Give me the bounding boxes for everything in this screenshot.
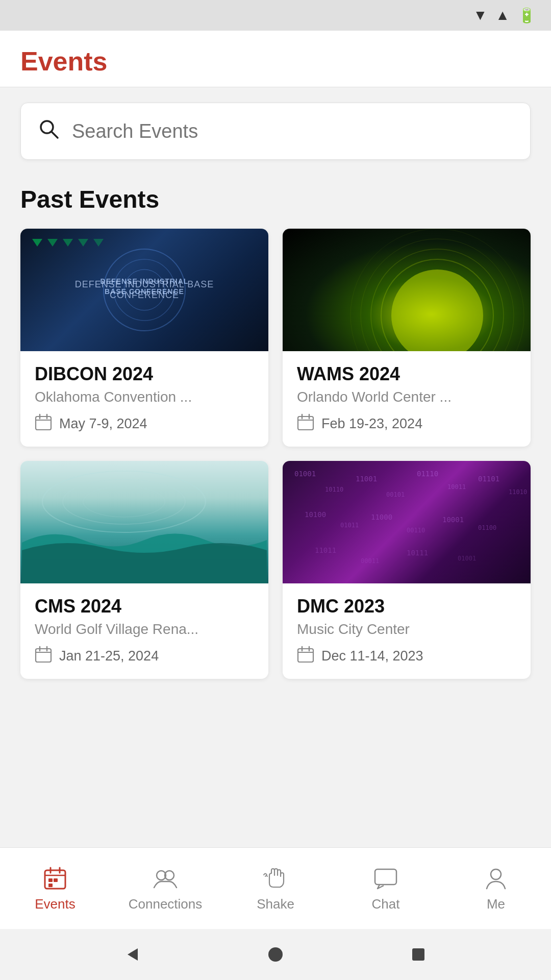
events-grid: DEFENSE INDUSTRIAL BASE CONFERENCE DIBCO… [20, 229, 531, 679]
event-card-dibcon2024[interactable]: DEFENSE INDUSTRIAL BASE CONFERENCE DIBCO… [20, 229, 268, 447]
svg-rect-21 [298, 416, 313, 430]
svg-rect-67 [412, 948, 424, 961]
svg-text:11000: 11000 [371, 513, 392, 521]
event-card-wams2024[interactable]: WAMS 2024 Orlando World Center ... Feb 1… [283, 229, 531, 447]
event-title: WAMS 2024 [297, 363, 516, 385]
event-title: DMC 2023 [297, 596, 516, 617]
svg-text:01001: 01001 [294, 470, 316, 478]
event-card-body: CMS 2024 World Golf Village Rena... Jan … [20, 583, 268, 679]
event-image-dibcon: DEFENSE INDUSTRIAL BASE CONFERENCE [20, 229, 268, 351]
svg-point-3 [114, 259, 175, 321]
connections-nav-icon [152, 865, 179, 892]
svg-marker-9 [93, 239, 104, 247]
svg-text:01110: 01110 [417, 470, 438, 478]
svg-rect-58 [48, 878, 53, 882]
calendar-icon [35, 413, 52, 434]
event-card-body: WAMS 2024 Orlando World Center ... Feb 1… [283, 351, 531, 447]
main-content: Past Events DEFEN [0, 87, 551, 847]
wifi-icon [473, 7, 488, 23]
section-title: Past Events [20, 185, 531, 213]
nav-label-events: Events [35, 896, 76, 912]
svg-text:01100: 01100 [478, 524, 496, 531]
past-events-section: Past Events DEFEN [20, 185, 531, 679]
svg-rect-12 [36, 416, 51, 430]
event-card-body: DIBCON 2024 Oklahoma Convention ... May … [20, 351, 268, 447]
svg-point-16 [391, 270, 483, 351]
svg-text:01101: 01101 [478, 475, 499, 483]
battery-icon [518, 7, 536, 24]
event-image-cms [20, 461, 268, 583]
calendar-icon [35, 646, 52, 667]
event-card-cms2024[interactable]: CMS 2024 World Golf Village Rena... Jan … [20, 461, 268, 679]
svg-text:01001: 01001 [458, 555, 476, 562]
event-card-body: DMC 2023 Music City Center Dec 11-14, 20… [283, 583, 531, 679]
event-venue: Orlando World Center ... [297, 389, 516, 405]
svg-text:00110: 00110 [407, 527, 425, 534]
event-venue: World Golf Village Rena... [35, 621, 254, 638]
page-title: Events [20, 46, 531, 77]
event-venue: Oklahoma Convention ... [35, 389, 254, 405]
nav-item-shake[interactable]: Shake [220, 865, 331, 912]
svg-point-4 [124, 270, 165, 310]
svg-text:10011: 10011 [447, 483, 466, 491]
svg-marker-8 [78, 239, 88, 247]
svg-marker-7 [63, 239, 73, 247]
nav-label-chat: Chat [372, 896, 400, 912]
nav-label-connections: Connections [129, 896, 203, 912]
svg-text:10110: 10110 [325, 486, 343, 493]
events-nav-icon [41, 865, 69, 892]
event-title: DIBCON 2024 [35, 363, 254, 385]
svg-rect-28 [36, 649, 51, 662]
event-title: CMS 2024 [35, 596, 254, 617]
nav-item-connections[interactable]: Connections [110, 865, 220, 912]
nav-item-chat[interactable]: Chat [331, 865, 441, 912]
svg-point-66 [268, 947, 283, 962]
status-bar [0, 0, 551, 31]
event-image-wams [283, 229, 531, 351]
bottom-nav: Events Connections Shake [0, 847, 551, 929]
home-button[interactable] [263, 942, 288, 967]
svg-text:BASE CONFERENCE: BASE CONFERENCE [105, 287, 184, 296]
svg-text:01011: 01011 [340, 522, 359, 529]
svg-text:10001: 10001 [442, 516, 464, 524]
recents-button[interactable] [406, 942, 431, 967]
svg-point-26 [63, 479, 185, 524]
event-card-dmc2023[interactable]: 01001 10110 11001 00101 01110 10011 0110… [283, 461, 531, 679]
svg-line-1 [52, 132, 58, 138]
nav-label-me: Me [487, 896, 505, 912]
svg-point-27 [83, 486, 165, 517]
search-input[interactable] [72, 120, 514, 142]
chat-nav-icon [372, 865, 399, 892]
event-date: Feb 19-23, 2024 [297, 413, 516, 434]
nav-item-events[interactable]: Events [0, 865, 110, 912]
event-date: Jan 21-25, 2024 [35, 646, 254, 667]
svg-rect-60 [54, 878, 58, 882]
svg-text:11011: 11011 [315, 546, 336, 554]
svg-rect-50 [298, 649, 313, 662]
calendar-icon [297, 646, 314, 667]
calendar-icon [297, 413, 314, 434]
svg-text:11010: 11010 [509, 488, 527, 496]
event-date: Dec 11-14, 2023 [297, 646, 516, 667]
svg-point-2 [104, 249, 185, 331]
signal-icon [495, 7, 510, 23]
shake-nav-icon [262, 865, 289, 892]
svg-text:00011: 00011 [361, 557, 379, 565]
svg-text:10111: 10111 [407, 549, 428, 557]
svg-text:11001: 11001 [356, 475, 377, 483]
svg-text:00101: 00101 [386, 491, 405, 498]
svg-point-64 [491, 869, 501, 879]
svg-rect-59 [48, 884, 53, 887]
nav-item-me[interactable]: Me [441, 865, 551, 912]
svg-text:10100: 10100 [305, 510, 326, 519]
svg-point-25 [42, 471, 206, 532]
me-nav-icon [482, 865, 510, 892]
svg-marker-65 [128, 948, 138, 961]
back-button[interactable] [120, 942, 145, 967]
svg-text:DEFENSE INDUSTRIAL: DEFENSE INDUSTRIAL [101, 277, 189, 285]
svg-marker-6 [47, 239, 58, 247]
search-bar [20, 103, 531, 160]
header: Events [0, 31, 551, 87]
svg-rect-63 [375, 869, 396, 885]
event-image-dmc: 01001 10110 11001 00101 01110 10011 0110… [283, 461, 531, 583]
